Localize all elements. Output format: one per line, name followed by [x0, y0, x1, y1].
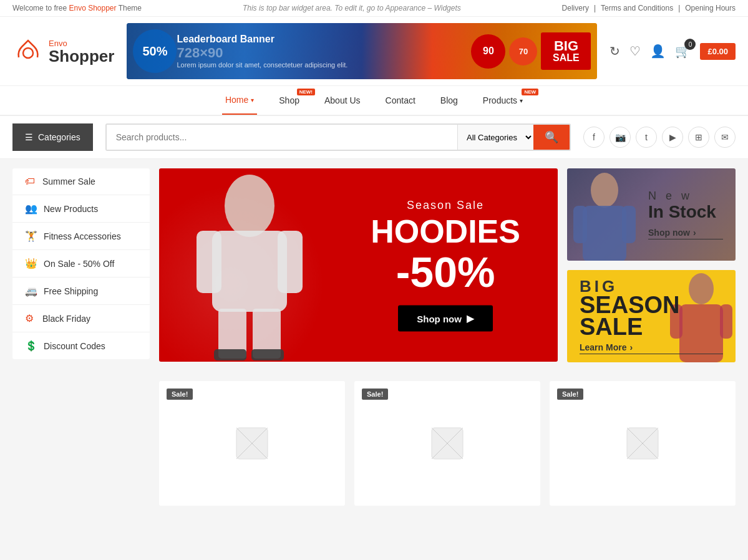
nav-home[interactable]: Home ▾	[222, 86, 257, 115]
topbar-center: This is top bar widget area. To edit it,…	[243, 4, 461, 12]
side-banner-shop-link[interactable]: Shop now ›	[648, 228, 723, 239]
shop-now-button[interactable]: Shop now ▶	[398, 306, 493, 332]
svg-rect-11	[573, 206, 587, 243]
shop-new-badge: NEW!	[297, 89, 315, 95]
brand-link[interactable]: Envo Shopper	[69, 4, 116, 12]
dollar-icon: 💲	[25, 340, 37, 352]
banner-subtitle: Season Sale	[371, 199, 520, 212]
search-button[interactable]: 🔍	[533, 125, 570, 150]
svg-rect-4	[278, 231, 303, 293]
rss-icon[interactable]: ⊞	[688, 127, 709, 148]
new-label: N e w	[648, 190, 723, 203]
instagram-icon[interactable]: 📷	[610, 127, 631, 148]
terms-link[interactable]: Terms and Conditions	[601, 4, 673, 12]
svg-rect-7	[214, 349, 246, 360]
category-select[interactable]: All Categories Clothing Electronics Acce…	[457, 125, 533, 150]
svg-point-0	[23, 48, 33, 58]
delivery-link[interactable]: Delivery	[562, 4, 589, 12]
products-new-badge: NEW	[522, 89, 538, 95]
product-placeholder-icon-1	[233, 425, 271, 462]
account-icon[interactable]: 👤	[650, 44, 666, 59]
logo[interactable]: Envo Shopper	[12, 36, 114, 67]
sidebar-item-fitness-accessories[interactable]: 🏋 Fitness Accessories	[12, 223, 150, 250]
nav-contact[interactable]: Contact	[382, 86, 419, 115]
search-row: ☰ Categories All Categories Clothing Ele…	[0, 116, 748, 159]
banner-title: Leaderboard Banner	[177, 34, 347, 45]
svg-rect-3	[197, 231, 221, 293]
sidebar-item-on-sale[interactable]: 👑 On Sale - 50% Off	[12, 250, 150, 278]
nav-shop[interactable]: Shop NEW!	[276, 86, 303, 115]
svg-point-9	[591, 173, 618, 208]
wishlist-icon[interactable]: ♡	[629, 44, 641, 59]
model-silhouette	[159, 168, 340, 362]
settings-icon: ⚙	[25, 312, 36, 324]
nav-products[interactable]: Products NEW ▾	[480, 86, 526, 115]
top-bar: Welcome to free Envo Shopper Theme This …	[0, 0, 748, 17]
product-placeholder-icon-2	[429, 425, 466, 462]
header-icons: ↻ ♡ 👤 🛒 0 £0.00	[610, 43, 736, 60]
leaderboard-banner[interactable]: 50% Leaderboard Banner 728×90 Lorem ipsu…	[127, 23, 597, 79]
topbar-left: Welcome to free Envo Shopper Theme	[12, 4, 142, 12]
facebook-icon[interactable]: f	[583, 127, 605, 148]
crown-icon: 👑	[25, 258, 37, 269]
sidebar-item-discount-codes[interactable]: 💲 Discount Codes	[12, 332, 150, 359]
banner-content: Season Sale HOODIES -50% Shop now ▶	[371, 199, 520, 332]
sale-label: SALE	[580, 316, 723, 337]
nav-about[interactable]: About Us	[321, 86, 364, 115]
refresh-icon[interactable]: ↻	[610, 44, 620, 59]
banner-subtext: Lorem ipsum dolor sit amet, consectetuer…	[177, 61, 347, 69]
product-card-3[interactable]: Sale!	[550, 381, 736, 506]
svg-point-1	[225, 175, 274, 237]
sale-badge-3: Sale!	[557, 389, 583, 400]
fitness-icon: 🏋	[25, 230, 37, 242]
twitter-icon[interactable]: t	[636, 127, 657, 148]
search-input[interactable]	[107, 125, 457, 150]
email-icon[interactable]: ✉	[714, 127, 736, 148]
main-hero-banner: Season Sale HOODIES -50% Shop now ▶	[159, 168, 558, 362]
cart-icon[interactable]: 🛒 0	[675, 44, 691, 59]
arrow-right-icon: ›	[693, 228, 696, 238]
svg-rect-12	[622, 206, 636, 243]
chevron-down-icon: ▾	[251, 97, 254, 104]
topbar-right: Delivery | Terms and Conditions | Openin…	[562, 4, 736, 12]
svg-rect-8	[251, 349, 284, 360]
side-banners: N e w In Stock Shop now ›	[567, 168, 736, 362]
in-stock-label: In Stock	[648, 203, 723, 222]
users-icon: 👥	[25, 203, 37, 215]
sale-badge-2: Sale!	[362, 389, 388, 400]
opening-link[interactable]: Opening Hours	[685, 4, 736, 12]
model-figure-top	[567, 168, 642, 261]
svg-rect-10	[583, 206, 626, 261]
social-icons: f 📷 t ▶ ⊞ ✉	[583, 127, 736, 148]
navigation: Home ▾ Shop NEW! About Us Contact Blog P…	[0, 86, 748, 116]
sidebar-item-free-shipping[interactable]: 🚐 Free Shipping	[12, 278, 150, 305]
cart-count: 0	[684, 39, 696, 50]
truck-icon: 🚐	[25, 285, 37, 297]
learn-more-link[interactable]: Learn More ›	[580, 342, 723, 354]
sidebar-item-summer-sale[interactable]: 🏷 Summer Sale	[12, 168, 150, 195]
sidebar: 🏷 Summer Sale 👥 New Products 🏋 Fitness A…	[12, 168, 150, 359]
hero-area: Season Sale HOODIES -50% Shop now ▶	[159, 168, 736, 506]
product-card-1[interactable]: Sale!	[159, 381, 345, 506]
svg-rect-2	[212, 231, 287, 312]
youtube-icon[interactable]: ▶	[662, 127, 683, 148]
main-content: 🏷 Summer Sale 👥 New Products 🏋 Fitness A…	[0, 159, 748, 515]
hero-row: Season Sale HOODIES -50% Shop now ▶	[159, 168, 736, 362]
arrow-right-icon: ▶	[467, 313, 474, 324]
side-banner-bottom-content: BIG SEASON SALE Learn More ›	[567, 270, 736, 362]
nav-blog[interactable]: Blog	[437, 86, 461, 115]
arrow-right-icon: ›	[629, 342, 633, 352]
cart-button[interactable]: £0.00	[700, 43, 736, 60]
product-card-2[interactable]: Sale!	[354, 381, 540, 506]
menu-icon: ☰	[25, 132, 33, 142]
banner-discount: -50%	[371, 251, 520, 293]
sidebar-item-new-products[interactable]: 👥 New Products	[12, 195, 150, 223]
categories-button[interactable]: ☰ Categories	[12, 123, 93, 151]
banner-main-title: HOODIES	[371, 215, 520, 248]
season-label: SEASON	[580, 294, 723, 316]
side-banner-new-in-stock: N e w In Stock Shop now ›	[567, 168, 736, 261]
sidebar-item-black-friday[interactable]: ⚙ Black Friday	[12, 305, 150, 332]
logo-text: Envo Shopper	[49, 39, 114, 64]
logo-icon	[12, 36, 44, 67]
side-banner-big-season-sale: BIG SEASON SALE Learn More ›	[567, 270, 736, 362]
